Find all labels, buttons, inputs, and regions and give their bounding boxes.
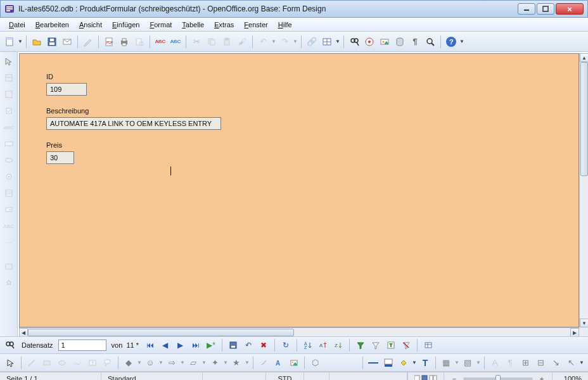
toolbar-overflow-icon[interactable]: ▼ [459,39,464,44]
preview-button[interactable] [132,35,146,49]
form-canvas[interactable]: ID 109 Beschreibung AUTOMATE 417A LINK T… [19,53,579,327]
pushbutton-tool[interactable] [2,153,16,167]
option-button-tool[interactable] [2,170,16,184]
zoom-control[interactable]: − + [444,372,553,380]
menu-fenster[interactable]: Fenster [239,20,272,30]
autofilter-button[interactable] [354,339,367,352]
drawbar-overflow-icon[interactable]: ▼ [579,360,584,365]
apply-filter-button[interactable] [369,339,382,352]
copy-button[interactable] [205,35,219,49]
paragraph-button[interactable]: ¶ [503,356,517,370]
insert-table-button[interactable] [320,35,334,49]
callout-shapes-tool[interactable]: ✦ [208,356,222,370]
minimize-button[interactable] [518,3,535,15]
field-preis[interactable]: 30 [46,151,74,164]
prev-record-button[interactable]: ◀ [159,339,172,352]
menu-tabelle[interactable]: Tabelle [177,20,209,30]
find-button[interactable] [347,35,361,49]
new-record-button[interactable]: ▶* [205,339,217,352]
datasource-table-button[interactable] [422,339,435,352]
exit-group-button[interactable]: ↖ [564,356,578,370]
scroll-right-icon[interactable]: ▶ [570,328,579,336]
next-record-button[interactable]: ▶ [174,339,187,352]
from-file-tool[interactable] [287,356,301,370]
menu-einfuegen[interactable]: Einfügen [107,20,144,30]
flowchart-shapes-tool[interactable]: ▱ [186,356,200,370]
print-button[interactable] [117,35,131,49]
first-record-button[interactable]: ⏮ [144,339,157,352]
undo-button[interactable]: ↶ [256,35,270,49]
zoom-slider[interactable] [463,377,533,380]
select-tool[interactable] [2,54,16,68]
callout-tool[interactable] [101,356,115,370]
format-paintbrush-button[interactable]: 🖌 [235,35,249,49]
menu-extras[interactable]: Extras [209,20,239,30]
line-color-button[interactable] [381,356,395,370]
symbol-shapes-tool[interactable]: ☺ [143,356,157,370]
freeform-tool[interactable] [70,356,84,370]
extrusion-tool[interactable]: ⬡ [308,356,322,370]
combobox-tool[interactable] [2,203,16,217]
horizontal-scrollbar[interactable]: ◀ ▶ [19,327,579,336]
help-button[interactable]: ? [444,35,458,49]
scroll-thumb-v[interactable] [580,62,588,176]
arrow-shapes-tool[interactable]: ⇨ [165,356,179,370]
close-button[interactable]: × [556,3,584,15]
sort-desc-button[interactable]: Z [332,339,345,352]
wizard-toggle[interactable] [2,276,16,290]
delete-record-button[interactable]: ✖ [257,339,270,352]
menu-ansicht[interactable]: Ansicht [74,20,107,30]
ellipse-tool[interactable] [55,356,69,370]
group-button[interactable]: ⊞ [518,356,532,370]
form-properties[interactable] [2,87,16,101]
open-button[interactable] [30,35,44,49]
remove-filter-button[interactable] [400,339,412,352]
enter-group-button[interactable]: ↘ [549,356,563,370]
auto-spellcheck-button[interactable]: ABC [169,35,182,49]
undo-dropdown-icon[interactable]: ▼ [271,39,276,44]
form-filter-button[interactable] [385,339,397,352]
rect-tool[interactable] [40,356,54,370]
save-button[interactable] [45,35,59,49]
save-record-button[interactable] [227,339,240,352]
menu-bearbeiten[interactable]: Bearbeiten [30,20,74,30]
navigator-button[interactable] [362,35,376,49]
mail-button[interactable] [60,35,74,49]
menu-datei[interactable]: Datei [4,20,30,30]
menu-format[interactable]: Format [144,20,177,30]
textbox-tool[interactable]: ABC [2,120,16,134]
line-tool[interactable] [25,356,39,370]
vertical-scrollbar[interactable]: ▲ ▼ [579,53,588,327]
sort-asc-button[interactable]: A [317,339,329,352]
ungroup-button[interactable]: ⊟ [534,356,547,370]
checkbox-tool[interactable] [2,104,16,118]
last-record-button[interactable]: ⏭ [189,339,202,352]
nonprinting-button[interactable]: ¶ [408,35,422,49]
zoom-out-icon[interactable]: − [451,375,458,380]
font-button[interactable]: A [488,356,502,370]
zoom-slider-knob[interactable] [495,375,501,380]
find-record-button[interactable] [4,339,16,352]
line-style-button[interactable] [366,356,380,370]
redo-button[interactable]: ↷ [278,35,291,49]
zoom-in-icon[interactable]: + [538,375,546,380]
status-style[interactable]: Standard [101,372,203,380]
more-controls[interactable]: ⋯ [2,236,16,250]
control-properties[interactable] [2,71,16,85]
text-tool-button[interactable]: T [418,356,432,370]
edit-file-button[interactable] [81,35,95,49]
sort-button[interactable]: AZ [302,339,314,352]
star-shapes-tool[interactable]: ★ [229,356,243,370]
label-tool[interactable]: ABC [2,219,16,233]
cut-button[interactable]: ✂ [189,35,203,49]
scroll-down-icon[interactable]: ▼ [580,319,588,327]
select-draw-tool[interactable] [4,356,18,370]
new-doc-dropdown-icon[interactable]: ▼ [18,39,23,44]
scroll-left-icon[interactable]: ◀ [19,328,28,336]
textbox-draw-tool[interactable]: T [86,356,99,370]
formatted-field-tool[interactable] [2,137,16,151]
redo-dropdown-icon[interactable]: ▼ [293,39,298,44]
basic-shapes-tool[interactable]: ◆ [122,356,136,370]
field-beschreibung[interactable]: AUTOMATE 417A LINK TO OEM KEYLESS ENTRY [46,117,221,130]
table-dropdown-icon[interactable]: ▼ [335,39,340,44]
